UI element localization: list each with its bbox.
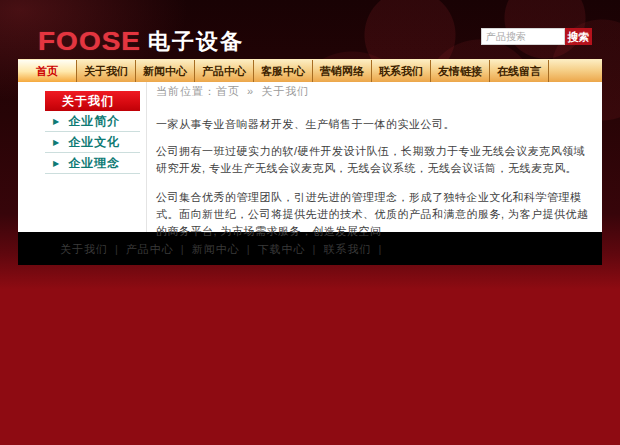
- footer-link-news[interactable]: 新闻中心: [192, 243, 240, 255]
- content-area: 关于我们 ▶ 企业简介 ▶ 企业文化 ▶ 企业理念 当前位置：首页 » 关于我们…: [18, 82, 602, 232]
- main-nav: 首页 关于我们 新闻中心 产品中心 客服中心 营销网络 联系我们 友情链接 在线…: [18, 59, 602, 82]
- search-input[interactable]: [481, 28, 565, 45]
- footer-separator: |: [313, 243, 317, 255]
- footer-link-contact[interactable]: 联系我们: [323, 243, 371, 255]
- nav-tab-marketing[interactable]: 营销网络: [313, 60, 372, 82]
- logo-wordmark: FOOSE: [38, 27, 141, 56]
- sidebar-item-label: 企业文化: [68, 132, 120, 153]
- breadcrumb-current: 关于我们: [261, 85, 309, 97]
- sidebar-title: 关于我们: [45, 91, 140, 111]
- nav-tab-service[interactable]: 客服中心: [254, 60, 313, 82]
- main-panel: 当前位置：首页 » 关于我们 一家从事专业音响器材开发、生产销售于一体的实业公司…: [147, 82, 602, 232]
- footer-link-about[interactable]: 关于我们: [60, 243, 108, 255]
- arrow-icon: ▶: [53, 132, 60, 153]
- nav-filler: [549, 60, 602, 82]
- nav-tab-home[interactable]: 首页: [18, 60, 77, 82]
- sidebar-item-label: 企业理念: [68, 153, 120, 174]
- sidebar: 关于我们 ▶ 企业简介 ▶ 企业文化 ▶ 企业理念: [18, 82, 147, 232]
- about-paragraph: 一家从事专业音响器材开发、生产销售于一体的实业公司。: [156, 116, 590, 133]
- about-paragraph: 公司集合优秀的管理团队，引进先进的管理理念，形成了独特企业文化和科学管理模式。面…: [156, 189, 590, 240]
- footer-separator: |: [115, 243, 119, 255]
- about-paragraph: 公司拥有一班过硬实力的软/硬件开发设计队伍，长期致力于专业无线会议麦克风领域研究…: [156, 143, 590, 177]
- footer-link-products[interactable]: 产品中心: [126, 243, 174, 255]
- sidebar-item-company-culture[interactable]: ▶ 企业文化: [45, 132, 140, 153]
- page-container: FOOSE 电子设备 搜索 首页 关于我们 新闻中心 产品中心 客服中心 营销网…: [18, 0, 602, 265]
- search-bar: 搜索: [481, 28, 592, 45]
- search-button[interactable]: 搜索: [565, 28, 592, 45]
- breadcrumb-prefix: 当前位置：: [156, 85, 216, 97]
- breadcrumb-separator: »: [247, 85, 254, 97]
- logo[interactable]: FOOSE 电子设备: [38, 26, 244, 58]
- nav-tab-news[interactable]: 新闻中心: [136, 60, 195, 82]
- footer-separator: |: [181, 243, 185, 255]
- footer-separator: |: [247, 243, 251, 255]
- site-header: FOOSE 电子设备 搜索: [18, 0, 602, 59]
- nav-tab-products[interactable]: 产品中心: [195, 60, 254, 82]
- footer-link-downloads[interactable]: 下载中心: [258, 243, 306, 255]
- logo-chinese-text: 电子设备: [148, 27, 244, 57]
- breadcrumb: 当前位置：首页 » 关于我们: [156, 84, 590, 99]
- arrow-icon: ▶: [53, 153, 60, 174]
- nav-tab-message[interactable]: 在线留言: [490, 60, 549, 82]
- sidebar-item-company-profile[interactable]: ▶ 企业简介: [45, 111, 140, 132]
- breadcrumb-home-link[interactable]: 首页: [216, 85, 240, 97]
- nav-tab-contact[interactable]: 联系我们: [372, 60, 431, 82]
- footer-separator: |: [378, 243, 382, 255]
- sidebar-item-label: 企业简介: [68, 111, 120, 132]
- nav-tab-links[interactable]: 友情链接: [431, 60, 490, 82]
- sidebar-item-company-philosophy[interactable]: ▶ 企业理念: [45, 153, 140, 174]
- arrow-icon: ▶: [53, 111, 60, 132]
- nav-tab-about[interactable]: 关于我们: [77, 60, 136, 82]
